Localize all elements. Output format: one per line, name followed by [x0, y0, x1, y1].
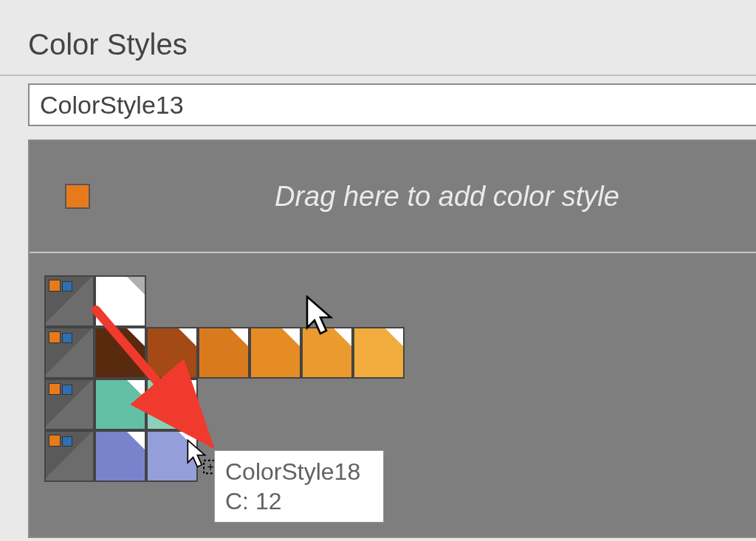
- color-swatch[interactable]: [94, 379, 146, 430]
- style-row[interactable]: [44, 430, 756, 482]
- drop-zone[interactable]: Drag here to add color style: [30, 141, 756, 252]
- style-row[interactable]: [44, 379, 756, 430]
- preview-swatch: [65, 184, 90, 209]
- color-swatch[interactable]: [146, 379, 198, 430]
- color-swatch[interactable]: [94, 430, 146, 482]
- harmony-group-icon[interactable]: [44, 379, 94, 430]
- swatch-tooltip: ColorStyle18 C: 12: [214, 450, 384, 523]
- harmony-group-icon[interactable]: [44, 430, 94, 482]
- color-swatch[interactable]: [94, 275, 146, 327]
- color-swatch[interactable]: [198, 327, 250, 379]
- style-name-input[interactable]: [28, 83, 756, 126]
- drop-hint-text: Drag here to add color style: [275, 181, 619, 213]
- color-swatch[interactable]: [146, 430, 198, 482]
- separator: [0, 75, 756, 76]
- color-swatch[interactable]: [250, 327, 301, 379]
- panel-title: Color Styles: [28, 28, 756, 61]
- harmony-group-icon[interactable]: [44, 327, 94, 379]
- tooltip-style-name: ColorStyle18: [225, 457, 373, 486]
- style-row[interactable]: [44, 327, 756, 379]
- swatch-area[interactable]: Drag here to add color style: [28, 139, 756, 538]
- harmony-group-icon[interactable]: [44, 275, 94, 327]
- color-swatch[interactable]: [146, 327, 198, 379]
- color-swatch[interactable]: [353, 327, 405, 379]
- color-swatch[interactable]: [301, 327, 353, 379]
- style-row[interactable]: [44, 275, 756, 327]
- style-rows: [30, 253, 756, 482]
- color-swatch[interactable]: [94, 327, 146, 379]
- tooltip-color-value: C: 12: [225, 486, 373, 516]
